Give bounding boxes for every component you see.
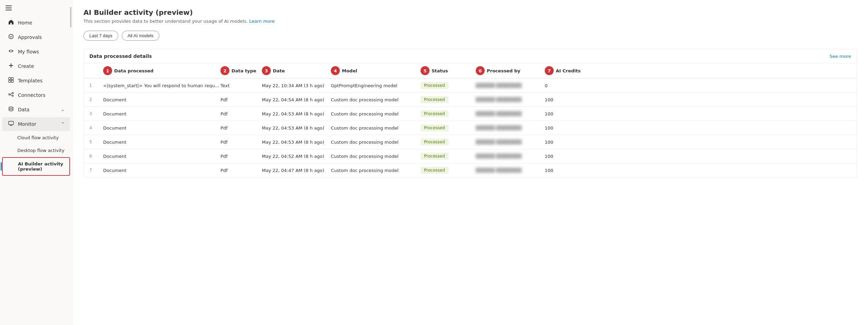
data-icon	[8, 106, 14, 113]
cell-date: May 22, 04:53 AM (8 h ago)	[262, 111, 331, 116]
cell-processed-by: ██████ ████████	[476, 140, 545, 144]
svg-point-12	[12, 95, 13, 97]
cell-processed-by: ██████ ████████	[476, 97, 545, 102]
row-number: 2	[89, 97, 103, 102]
approvals-icon	[8, 34, 14, 41]
table-header-row: Data processed details See more	[84, 49, 857, 63]
templates-icon	[8, 77, 14, 84]
col-label-data-type: Data type	[231, 68, 256, 73]
sidebar-item-cloud-flow[interactable]: Cloud flow activity	[2, 132, 70, 144]
cell-model: Custom doc processing model	[331, 125, 421, 131]
create-icon	[8, 63, 14, 70]
table-row: 2 Document Pdf May 22, 04:54 AM (8 h ago…	[84, 93, 857, 107]
cell-status: Processed	[421, 153, 476, 160]
status-badge: Processed	[421, 153, 448, 160]
cell-ai-credits: 100	[545, 111, 586, 116]
col-badge-6: 6	[476, 66, 485, 75]
sidebar-item-monitor[interactable]: Monitor ⌃	[2, 117, 70, 131]
row-number: 1	[89, 83, 103, 88]
cell-data-processed: Document	[103, 168, 220, 173]
svg-point-11	[12, 92, 13, 94]
filter-all-ai-models[interactable]: All AI models	[122, 31, 159, 41]
cell-status: Processed	[421, 96, 476, 103]
svg-rect-6	[9, 78, 11, 80]
cell-model: Custom doc processing model	[331, 111, 421, 116]
cell-data-type: Pdf	[220, 168, 262, 173]
table-row: 1 <|system_start|> You will respond to h…	[84, 79, 857, 93]
col-badge-3: 3	[262, 66, 271, 75]
cell-data-type: Pdf	[220, 97, 262, 102]
col-header-ai-credits: 7 AI Credits	[545, 66, 586, 75]
sidebar-item-ai-builder[interactable]: AI Builder activity (preview)	[2, 157, 70, 176]
cell-data-processed: Document	[103, 125, 220, 131]
table-row: 5 Document Pdf May 22, 04:53 AM (8 h ago…	[84, 135, 857, 149]
cell-processed-by: ██████ ████████	[476, 168, 545, 173]
cell-data-processed: Document	[103, 154, 220, 159]
main-content: AI Builder activity (preview) This secti…	[72, 0, 868, 325]
cell-data-processed: <|system_start|> You will respond to hum…	[103, 83, 220, 88]
cell-date: May 22, 04:53 AM (8 h ago)	[262, 125, 331, 131]
row-number: 6	[89, 154, 103, 159]
active-indicator-bar	[1, 162, 2, 171]
row-number: 4	[89, 125, 103, 130]
cell-ai-credits: 100	[545, 125, 586, 131]
sidebar-item-home[interactable]: Home	[2, 16, 70, 30]
cell-date: May 22, 04:53 AM (8 h ago)	[262, 140, 331, 145]
cell-model: Custom doc processing model	[331, 154, 421, 159]
cell-data-type: Pdf	[220, 111, 262, 116]
table-row: 6 Document Pdf May 22, 04:52 AM (8 h ago…	[84, 149, 857, 163]
sidebar-item-myflows-label: My flows	[18, 49, 39, 54]
col-label-date: Date	[273, 68, 285, 73]
cell-ai-credits: 100	[545, 140, 586, 145]
sidebar-item-monitor-label: Monitor	[18, 121, 36, 127]
scroll-indicator	[70, 7, 71, 28]
sidebar-nav: Home Approvals My flows Create	[0, 14, 72, 177]
myflows-icon	[8, 48, 14, 55]
cell-processed-by: ██████ ████████	[476, 154, 545, 159]
cell-ai-credits: 0	[545, 83, 586, 88]
sidebar-item-create-label: Create	[18, 63, 34, 69]
sidebar-item-desktop-flow[interactable]: Desktop flow activity	[2, 144, 70, 156]
col-badge-7: 7	[545, 66, 554, 75]
svg-rect-9	[11, 80, 13, 82]
col-header-date: 3 Date	[262, 66, 331, 75]
sidebar-item-data[interactable]: Data ⌄	[2, 103, 70, 116]
table-row: 7 Document Pdf May 22, 04:47 AM (8 h ago…	[84, 163, 857, 177]
table-section-title: Data processed details	[89, 53, 830, 59]
sidebar-item-templates[interactable]: Templates	[2, 74, 70, 88]
col-header-processed-by: 6 Processed by	[476, 66, 545, 75]
status-badge: Processed	[421, 139, 448, 145]
data-table: Data processed details See more 1 Data p…	[83, 49, 857, 177]
sidebar-item-create[interactable]: Create	[2, 59, 70, 73]
sidebar-item-data-label: Data	[18, 107, 29, 112]
cell-model: Custom doc processing model	[331, 140, 421, 145]
col-badge-1: 1	[103, 66, 112, 75]
sidebar-item-myflows[interactable]: My flows	[2, 45, 70, 59]
cell-data-processed: Document	[103, 111, 220, 116]
status-badge: Processed	[421, 110, 448, 117]
col-label-model: Model	[342, 68, 357, 73]
col-header-data-processed: 1 Data processed	[103, 66, 220, 75]
col-label-ai-credits: AI Credits	[556, 68, 581, 73]
monitor-chevron-up-icon: ⌃	[61, 122, 65, 126]
sidebar-item-approvals[interactable]: Approvals	[2, 30, 70, 44]
see-more-link[interactable]: See more	[830, 54, 851, 59]
row-number: 5	[89, 140, 103, 144]
svg-rect-5	[9, 65, 13, 66]
filter-last7days[interactable]: Last 7 days	[83, 31, 118, 41]
column-headers: 1 Data processed 2 Data type 3 Date 4 Mo…	[84, 63, 857, 79]
learn-more-link[interactable]: Learn more	[249, 19, 275, 24]
cell-processed-by: ██████ ████████	[476, 83, 545, 88]
col-label-data-processed: Data processed	[114, 68, 154, 73]
sidebar-item-templates-label: Templates	[18, 78, 42, 83]
subtitle-text: This section provides data to better und…	[83, 19, 248, 24]
svg-rect-0	[6, 6, 12, 6]
cell-data-type: Pdf	[220, 125, 262, 131]
sidebar-item-approvals-label: Approvals	[18, 34, 42, 40]
cell-date: May 22, 04:47 AM (8 h ago)	[262, 168, 331, 173]
sidebar-item-connectors[interactable]: Connectors	[2, 88, 70, 102]
hamburger-menu[interactable]	[0, 0, 72, 14]
col-header-model: 4 Model	[331, 66, 421, 75]
cell-status: Processed	[421, 124, 476, 131]
cell-model: Custom doc processing model	[331, 168, 421, 173]
